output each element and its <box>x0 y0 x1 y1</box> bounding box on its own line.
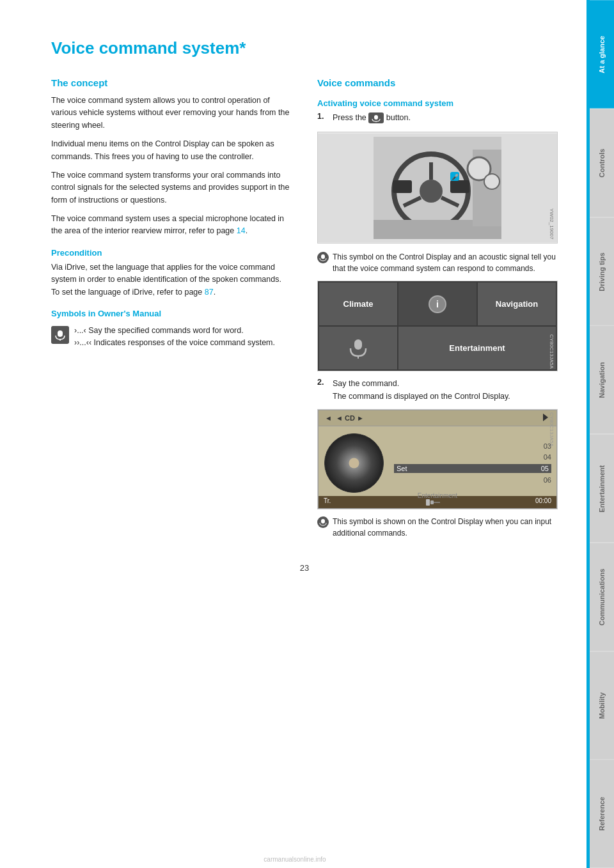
concept-title: The concept <box>51 77 292 88</box>
cd-track-06: 06 <box>394 476 551 484</box>
svg-rect-18 <box>321 254 325 259</box>
cd-disc-area <box>319 426 389 500</box>
left-column: The concept The voice command system all… <box>51 77 292 544</box>
svg-marker-23 <box>543 414 548 421</box>
idrive-cell-info: i <box>398 283 476 325</box>
image-watermark-3: CY80C13JA5A <box>549 412 555 447</box>
activating-title: Activating voice command system <box>317 98 558 108</box>
step-1: 1. Press the button. <box>317 112 558 124</box>
cd-display-image: ◄ ◄ CD ► <box>317 409 558 509</box>
svg-rect-10 <box>393 180 412 193</box>
step-1-num: 1. <box>317 112 327 124</box>
note-2-text: This symbol is shown on the Control Disp… <box>333 516 558 539</box>
idrive-menu-grid: Climate i Navigation <box>318 281 557 371</box>
svg-text:i: i <box>436 299 439 309</box>
cd-body: 03 04 Set05 06 <box>319 426 556 500</box>
sidebar-tab-at-a-glance[interactable]: At a glance <box>590 0 614 109</box>
cd-header: ◄ ◄ CD ► <box>319 410 556 426</box>
svg-rect-26 <box>426 499 430 506</box>
idrive-cell-climate: Climate <box>319 283 397 325</box>
note-1: This symbol on the Control Display and a… <box>317 251 558 274</box>
precondition-title: Precondition <box>51 248 292 258</box>
idrive-menu-image: Climate i Navigation <box>317 281 558 371</box>
sidebar: At a glance Controls Driving tips Naviga… <box>590 0 614 868</box>
image-watermark-2: CY80C13JA5A <box>549 334 555 369</box>
sidebar-tab-controls[interactable]: Controls <box>590 109 614 217</box>
concept-para-2: Individual menu items on the Control Dis… <box>51 138 292 163</box>
step-2-num: 2. <box>317 378 327 403</box>
cd-tracklist: 03 04 Set05 06 <box>389 426 556 500</box>
sidebar-tab-mobility[interactable]: Mobility <box>590 651 614 760</box>
symbols-title: Symbols in Owner's Manual <box>51 309 292 318</box>
note-2: This symbol is shown on the Control Disp… <box>317 516 558 539</box>
link-page-14[interactable]: 14 <box>237 226 246 235</box>
voice-commands-title: Voice commands <box>317 77 558 88</box>
page-title: Voice command system* <box>51 38 558 58</box>
bottom-watermark: carmanualsonline.info <box>0 856 590 863</box>
steering-wheel-image: 🎤 YW02_19007 <box>317 132 558 244</box>
voice-button-icon <box>368 112 384 124</box>
svg-rect-11 <box>450 180 469 193</box>
svg-rect-29 <box>321 519 325 523</box>
svg-rect-21 <box>354 339 362 350</box>
svg-rect-2 <box>374 115 378 120</box>
svg-text:🎤: 🎤 <box>452 173 459 181</box>
note-icon-2 <box>317 516 329 528</box>
symbol-say-text: ›...‹ Say the specified commands word fo… <box>74 325 275 350</box>
note-1-text: This symbol on the Control Display and a… <box>333 251 558 274</box>
sidebar-tab-driving-tips[interactable]: Driving tips <box>590 217 614 326</box>
cd-label: Entertainment <box>319 492 556 499</box>
cd-track-05-active: Set05 <box>394 464 551 473</box>
columns: The concept The voice command system all… <box>51 77 558 544</box>
svg-point-6 <box>420 180 443 203</box>
idrive-cell-mic <box>319 327 397 369</box>
voice-symbol-icon <box>51 326 69 344</box>
sidebar-tab-communications[interactable]: Communications <box>590 543 614 651</box>
cd-track-03: 03 <box>394 442 551 450</box>
sidebar-tab-entertainment[interactable]: Entertainment <box>590 434 614 543</box>
symbol-list: ›...‹ Say the specified commands word fo… <box>51 325 292 350</box>
note-icon-1 <box>317 252 329 263</box>
concept-para-1: The voice command system allows you to c… <box>51 95 292 132</box>
link-page-87[interactable]: 87 <box>205 288 214 297</box>
step-2: 2. Say the command. The command is displ… <box>317 378 558 403</box>
svg-point-17 <box>484 174 500 189</box>
concept-para-3: The voice command system transforms your… <box>51 169 292 206</box>
precondition-text: Via iDrive, set the language that applie… <box>51 261 292 298</box>
svg-rect-27 <box>430 500 434 504</box>
steering-wheel-svg: 🎤 <box>374 137 501 239</box>
main-content: Voice command system* The concept The vo… <box>0 0 590 611</box>
svg-rect-0 <box>58 330 63 337</box>
sidebar-tab-navigation[interactable]: Navigation <box>590 325 614 434</box>
svg-point-25 <box>349 458 359 469</box>
idrive-cell-navigation: Navigation <box>478 283 556 325</box>
step-1-content: Press the button. <box>333 112 411 124</box>
cd-player-screen: ◄ ◄ CD ► <box>318 410 557 509</box>
image-watermark-1: YW02_19007 <box>549 208 555 239</box>
right-column: Voice commands Activating voice command … <box>317 77 558 544</box>
concept-para-4: The voice command system uses a special … <box>51 213 292 238</box>
page-number: 23 <box>51 563 558 573</box>
sidebar-tab-reference[interactable]: Reference <box>590 759 614 868</box>
step-2-content: Say the command. The command is displaye… <box>333 378 510 403</box>
idrive-cell-entertainment: Entertainment <box>398 327 556 369</box>
cd-track-04: 04 <box>394 453 551 461</box>
